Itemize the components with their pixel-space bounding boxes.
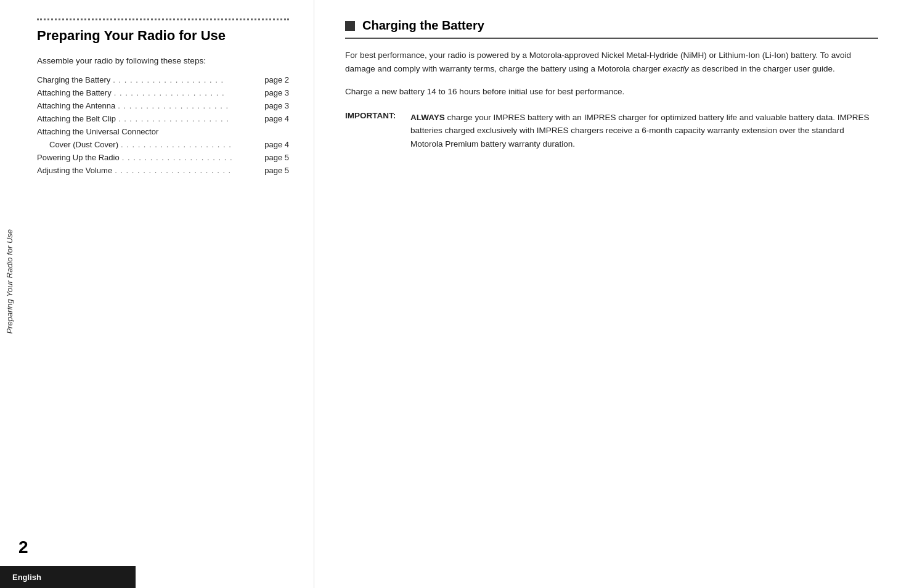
toc-label-0: Charging the Battery [37,75,110,84]
right-paragraph-2: Charge a new battery 14 to 16 hours befo… [345,85,878,99]
important-body-text: charge your IMPRES battery with an IMPRE… [410,113,870,149]
intro-text: Assemble your radio by following these s… [37,56,289,65]
toc-item-attaching-antenna: Attaching the Antenna . . . . . . . . . … [37,101,289,110]
toc-page-7: page 5 [264,166,289,175]
toc-item-belt-clip: Attaching the Belt Clip . . . . . . . . … [37,114,289,123]
toc-dots-1: . . . . . . . . . . . . . . . . . . . . [114,88,263,97]
toc-item-powering-up: Powering Up the Radio . . . . . . . . . … [37,153,289,162]
toc-page-0: page 2 [264,75,289,84]
important-bold-text: ALWAYS [410,113,445,122]
sidebar-label-text: Preparing Your Radio for Use [5,229,14,334]
section-icon [345,21,355,31]
toc-page-3: page 4 [264,114,289,123]
toc-list: Charging the Battery . . . . . . . . . .… [37,75,289,175]
toc-page-6: page 5 [264,153,289,162]
toc-dots-5: . . . . . . . . . . . . . . . . . . . . [121,140,262,149]
main-content: Preparing Your Radio for Use Assemble yo… [18,0,909,588]
toc-label-5: Cover (Dust Cover) [49,140,118,149]
toc-item-attaching-battery: Attaching the Battery . . . . . . . . . … [37,88,289,97]
important-label: IMPORTANT: [345,111,401,151]
toc-dots-7: . . . . . . . . . . . . . . . . . . . . … [115,166,262,175]
toc-label-2: Attaching the Antenna [37,101,115,110]
toc-page-5: page 4 [264,140,289,149]
toc-label-1: Attaching the Battery [37,88,112,97]
right-heading: Charging the Battery [362,18,484,33]
left-heading: Preparing Your Radio for Use [37,28,289,44]
sidebar-vertical-label: Preparing Your Radio for Use [0,0,18,563]
dotted-divider [37,18,289,20]
toc-dots-3: . . . . . . . . . . . . . . . . . . . . [118,114,262,123]
left-column: Preparing Your Radio for Use Assemble yo… [18,0,314,588]
section-header: Charging the Battery [345,18,878,39]
right-column: Charging the Battery For best performanc… [314,0,909,588]
toc-dots-6: . . . . . . . . . . . . . . . . . . . . [122,153,263,162]
toc-page-1: page 3 [264,88,289,97]
toc-dots-0: . . . . . . . . . . . . . . . . . . . . [113,75,262,84]
toc-label-7: Adjusting the Volume [37,166,112,175]
toc-label-6: Powering Up the Radio [37,153,120,162]
toc-page-2: page 3 [264,101,289,110]
toc-label-4: Attaching the Universal Connector [37,127,158,136]
toc-label-3: Attaching the Belt Clip [37,114,116,123]
italic-word: exactly [663,64,689,73]
important-block: IMPORTANT: ALWAYS charge your IMPRES bat… [345,111,878,151]
right-paragraph-1: For best performance, your radio is powe… [345,49,878,75]
toc-item-charging-battery: Charging the Battery . . . . . . . . . .… [37,75,289,84]
toc-item-dust-cover: Cover (Dust Cover) . . . . . . . . . . .… [37,140,289,149]
toc-item-volume: Adjusting the Volume . . . . . . . . . .… [37,166,289,175]
toc-item-universal-connector-header: Attaching the Universal Connector [37,127,289,136]
toc-dots-2: . . . . . . . . . . . . . . . . . . . . [118,101,262,110]
important-content: ALWAYS charge your IMPRES battery with a… [410,111,878,151]
